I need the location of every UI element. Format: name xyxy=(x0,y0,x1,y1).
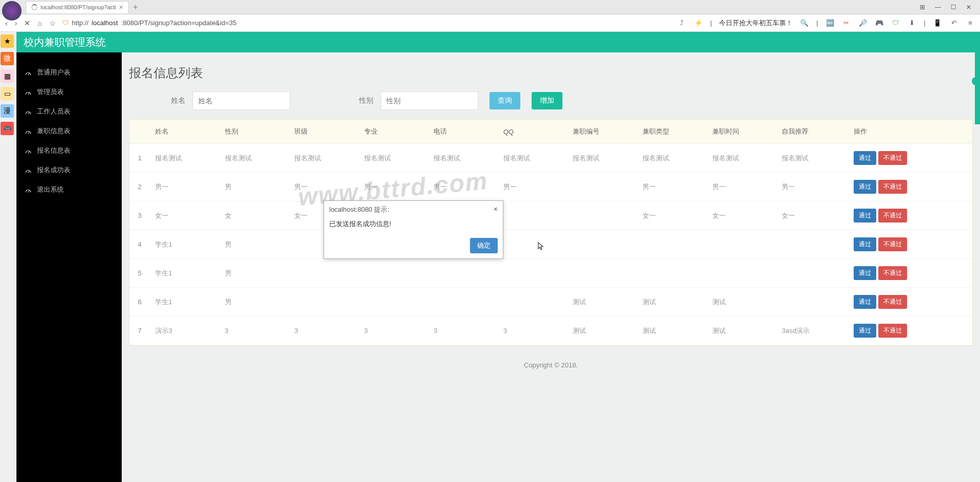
window-controls: ⊞ — ☐ ✕ xyxy=(915,2,980,12)
url-prefix: http:// xyxy=(72,19,89,27)
tab-bar: localhost:8080/PT/signup?acti × + ⊞ — ☐ … xyxy=(0,0,980,14)
zoom-icon[interactable]: 🔎 xyxy=(858,18,868,28)
download-icon[interactable]: ⬇ xyxy=(908,18,917,28)
promo-text[interactable]: 今日开抢大年初五车票！ xyxy=(719,18,793,28)
window-menu-icon[interactable]: ⊞ xyxy=(915,2,930,12)
tab-add-icon[interactable]: + xyxy=(133,3,138,12)
home-icon[interactable]: ⌂ xyxy=(37,19,42,27)
divider: | xyxy=(924,19,926,27)
gamepad-icon[interactable]: 🎮 xyxy=(875,18,884,28)
toolbar-right: ⤴ ⚡ | 今日开抢大年初五车票！ 🔍 | 🔤 ✂ 🔎 🎮 🛡 ⬇ | 📱 ↶ … xyxy=(677,18,975,28)
favorite-icon[interactable]: ☆ xyxy=(49,19,56,27)
window-minimize-icon[interactable]: — xyxy=(931,2,945,12)
translate-icon[interactable]: 🔤 xyxy=(825,18,835,28)
restore-icon[interactable]: ↶ xyxy=(949,18,958,28)
back-icon[interactable]: ‹ xyxy=(5,19,8,27)
loading-spinner-icon xyxy=(31,4,37,10)
tab-close-icon[interactable]: × xyxy=(119,3,123,11)
window-close-icon[interactable]: ✕ xyxy=(962,2,976,12)
security-icon[interactable]: 🛡 xyxy=(891,18,900,28)
mobile-icon[interactable]: 📱 xyxy=(933,18,942,28)
url-display[interactable]: 🛡 http://localhost:8080/PT/signup?action… xyxy=(62,19,671,27)
browser-tab[interactable]: localhost:8080/PT/signup?acti × xyxy=(26,1,129,13)
bolt-icon[interactable]: ⚡ xyxy=(694,18,703,28)
browser-profile-avatar[interactable] xyxy=(2,1,22,21)
window-maximize-icon[interactable]: ☐ xyxy=(946,2,960,12)
search-icon[interactable]: 🔍 xyxy=(800,18,809,28)
share-icon[interactable]: ⤴ xyxy=(677,18,687,28)
browser-chrome: localhost:8080/PT/signup?acti × + ⊞ — ☐ … xyxy=(0,0,980,32)
divider: | xyxy=(710,19,712,27)
address-bar: ‹ › ✕ ⌂ ☆ 🛡 http://localhost:8080/PT/sig… xyxy=(0,14,980,32)
url-rest: :8080/PT/signup?action=update&id=35 xyxy=(121,19,237,27)
tab-title: localhost:8080/PT/signup?acti xyxy=(41,4,116,10)
menu-icon[interactable]: ≡ xyxy=(966,18,975,28)
shield-icon: 🛡 xyxy=(62,19,69,27)
scissors-icon[interactable]: ✂ xyxy=(842,18,851,28)
divider: | xyxy=(816,19,818,27)
url-host: localhost xyxy=(91,19,118,27)
stop-icon[interactable]: ✕ xyxy=(24,19,30,27)
